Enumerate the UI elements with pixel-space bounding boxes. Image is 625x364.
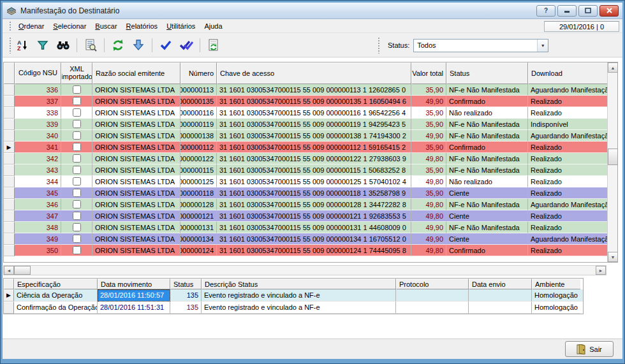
nfe-row[interactable]: 347ORION SISTEMAS LTDA00000012131 1601 0… xyxy=(4,210,607,222)
column-header-status[interactable]: Status xyxy=(446,62,528,84)
nfe-row[interactable]: ▶341ORION SISTEMAS LTDA00000011231 1601 … xyxy=(4,142,607,153)
scroll-up-icon[interactable]: ▲ xyxy=(608,62,618,73)
menu-selecionar[interactable]: Selecionar xyxy=(48,20,91,32)
row-selector-cell[interactable] xyxy=(4,210,15,222)
horizontal-scrollbar[interactable]: ◄ ► xyxy=(3,265,607,275)
xml-importado-checkbox[interactable] xyxy=(73,85,81,94)
report-preview-icon[interactable] xyxy=(82,37,99,54)
column-header-numero[interactable]: Número xyxy=(180,62,217,84)
nfe-row[interactable]: 343ORION SISTEMAS LTDA00000011531 1601 0… xyxy=(4,164,607,176)
process-xml-icon[interactable] xyxy=(205,37,222,54)
row-selector-cell[interactable] xyxy=(4,222,15,233)
row-selector-cell[interactable] xyxy=(4,199,15,210)
xml-importado-checkbox[interactable] xyxy=(73,189,81,197)
nfe-row[interactable]: 340ORION SISTEMAS LTDA00000013831 1601 0… xyxy=(4,130,607,142)
confirm-all-double-check-icon[interactable] xyxy=(178,37,195,54)
menu-buscar[interactable]: Buscar xyxy=(91,20,121,32)
scroll-left-icon[interactable]: ◄ xyxy=(4,266,14,275)
column-header-codigo-nsu[interactable]: Código NSU xyxy=(15,62,61,84)
row-selector-cell[interactable] xyxy=(4,96,15,107)
sort-az-icon[interactable]: A Z xyxy=(14,37,31,54)
event-row[interactable]: ▶Ciência da Operação28/01/2016 11:50:571… xyxy=(4,289,583,302)
xml-importado-checkbox[interactable] xyxy=(73,246,81,254)
row-selector-cell[interactable] xyxy=(4,164,15,176)
binoculars-search-icon[interactable] xyxy=(55,37,71,54)
column-header-valor-total[interactable]: Valor total xyxy=(411,62,446,84)
chevron-down-icon[interactable]: ▼ xyxy=(537,40,548,52)
content-area: Código NSU XML importado Razão social em… xyxy=(3,58,622,339)
row-selector-cell[interactable] xyxy=(4,233,15,245)
menu-utilitarios[interactable]: Utilitários xyxy=(162,20,200,32)
nfe-row[interactable]: 339ORION SISTEMAS LTDA00000011931 1601 0… xyxy=(4,119,607,130)
nfe-row[interactable]: 349ORION SISTEMAS LTDA00000013431 1601 0… xyxy=(4,233,607,245)
column-header-descricao-status[interactable]: Descrição Status xyxy=(202,279,396,289)
row-selector-cell[interactable] xyxy=(4,176,15,187)
nfe-row[interactable]: 338ORION SISTEMAS LTDA00000011631 1601 0… xyxy=(4,107,607,119)
cell-data-movimento: 28/01/2016 11:51:31 xyxy=(98,302,170,314)
event-row[interactable]: Confirmação da Operação28/01/2016 11:51:… xyxy=(4,302,583,314)
nfe-row[interactable]: 350ORION SISTEMAS LTDA00000012431 1601 0… xyxy=(4,245,607,256)
column-header-status[interactable]: Status xyxy=(170,279,202,289)
horizontal-scroll-thumb[interactable] xyxy=(14,266,31,275)
column-header-razao-social[interactable]: Razão social emitente xyxy=(92,62,180,84)
xml-importado-checkbox[interactable] xyxy=(73,97,81,105)
xml-importado-checkbox[interactable] xyxy=(73,235,81,243)
xml-importado-checkbox[interactable] xyxy=(73,108,81,117)
nfe-row[interactable]: 346ORION SISTEMAS LTDA00000012831 1601 0… xyxy=(4,199,607,210)
row-selector-cell[interactable] xyxy=(4,107,15,119)
xml-importado-checkbox[interactable] xyxy=(73,177,81,186)
xml-importado-checkbox[interactable] xyxy=(73,200,81,208)
column-header-protocolo[interactable]: Protocolo xyxy=(396,279,469,289)
xml-importado-checkbox[interactable] xyxy=(73,223,81,231)
cell-download: Realizado xyxy=(528,176,607,187)
column-header-download[interactable]: Download xyxy=(528,62,607,84)
column-header-chave-acesso[interactable]: Chave de acesso xyxy=(217,62,411,84)
nfe-row[interactable]: 337ORION SISTEMAS LTDA00000013531 1601 0… xyxy=(4,96,607,107)
xml-importado-checkbox[interactable] xyxy=(73,143,81,151)
menu-relatorios[interactable]: Relatórios xyxy=(122,20,163,32)
nfe-row[interactable]: 345ORION SISTEMAS LTDA00000011831 1601 0… xyxy=(4,187,607,199)
vertical-scrollbar[interactable]: ▲ ▼ xyxy=(607,62,617,262)
column-header-especificacao[interactable]: Especificação xyxy=(14,279,98,289)
cell-download: Realizado xyxy=(528,142,607,153)
row-selector-cell[interactable] xyxy=(4,187,15,199)
confirm-check-icon[interactable] xyxy=(158,37,174,54)
sair-button[interactable]: Sair xyxy=(565,341,614,357)
refresh-icon[interactable] xyxy=(110,37,126,54)
row-selector-cell[interactable] xyxy=(4,84,15,96)
xml-importado-checkbox[interactable] xyxy=(73,212,81,220)
column-header-xml-importado[interactable]: XML importado xyxy=(61,62,92,84)
cell-valor-total: 49,80 xyxy=(411,199,446,210)
row-selector-cell[interactable] xyxy=(4,245,15,256)
column-header-ambiente[interactable]: Ambiente xyxy=(532,279,580,289)
xml-importado-checkbox[interactable] xyxy=(73,154,81,163)
nfe-row[interactable]: 344ORION SISTEMAS LTDA00000012531 1601 0… xyxy=(4,176,607,187)
status-combobox[interactable]: Todos ▼ xyxy=(413,39,548,52)
row-selector-cell[interactable] xyxy=(4,302,14,314)
minimize-button[interactable] xyxy=(557,5,577,17)
row-selector-cell[interactable]: ▶ xyxy=(4,289,14,302)
download-arrow-icon[interactable] xyxy=(130,37,147,54)
close-button[interactable] xyxy=(599,5,619,17)
column-header-data-envio[interactable]: Data envio xyxy=(469,279,532,289)
maximize-button[interactable] xyxy=(578,5,598,17)
nfe-row[interactable]: 336ORION SISTEMAS LTDA00000011331 1601 0… xyxy=(4,84,607,96)
row-selector-cell[interactable] xyxy=(4,153,15,164)
scroll-down-icon[interactable]: ▼ xyxy=(608,252,618,262)
menu-ajuda[interactable]: Ajuda xyxy=(200,20,226,32)
help-button[interactable]: ? xyxy=(536,5,555,17)
filter-icon[interactable] xyxy=(34,37,51,54)
scroll-right-icon[interactable]: ► xyxy=(596,266,606,275)
row-selector-cell[interactable]: ▶ xyxy=(4,142,15,153)
nfe-row[interactable]: 342ORION SISTEMAS LTDA00000012231 1601 0… xyxy=(4,153,607,164)
xml-importado-checkbox[interactable] xyxy=(73,131,81,140)
row-selector-cell[interactable] xyxy=(4,119,15,130)
column-header-data-movimento[interactable]: Data movimento xyxy=(98,279,170,289)
vertical-scroll-thumb[interactable] xyxy=(608,149,618,165)
xml-importado-checkbox[interactable] xyxy=(73,120,81,128)
menu-ordenar[interactable]: Ordenar xyxy=(14,20,48,32)
cell-xml-importado xyxy=(61,199,92,210)
nfe-row[interactable]: 348ORION SISTEMAS LTDA00000013131 1601 0… xyxy=(4,222,607,233)
xml-importado-checkbox[interactable] xyxy=(73,166,81,174)
row-selector-cell[interactable] xyxy=(4,130,15,142)
